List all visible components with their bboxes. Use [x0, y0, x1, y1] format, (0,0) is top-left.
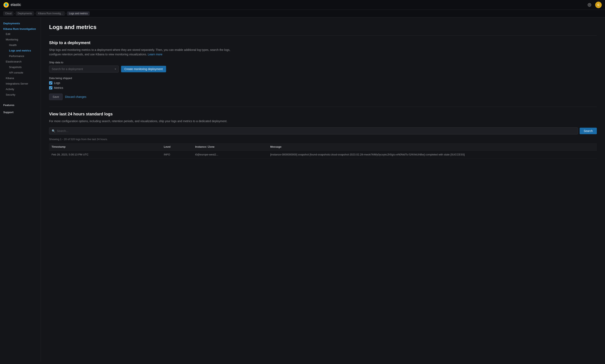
logs-section-desc: For more configuration options, includin… [49, 119, 233, 123]
svg-point-4 [589, 4, 590, 5]
main-content: Logs and metrics Ship to a deployment Sh… [41, 17, 605, 362]
sidebar-features-label [0, 99, 41, 102]
sidebar-support-header[interactable]: Support [0, 109, 41, 115]
ship-data-label: Ship data to [49, 61, 597, 64]
breadcrumb: Cloud › Deployments › Kibana Rum Investi… [0, 10, 605, 17]
ship-to-deployment-section: Ship to a deployment Ship logs and monit… [49, 40, 597, 100]
breadcrumb-cloud[interactable]: Cloud [3, 12, 13, 15]
sidebar-features-section: Features [0, 99, 41, 108]
logs-table-body: Feb 28, 2023, 5:00:13 PM UTC INFO i0@eur… [49, 151, 597, 159]
sidebar-link-api-console[interactable]: API console [0, 70, 41, 75]
sidebar-link-kibana[interactable]: Kibana [0, 75, 41, 81]
log-search-row: 🔍 Search [49, 128, 597, 134]
logs-checkbox[interactable] [49, 81, 52, 85]
col-timestamp: Timestamp [49, 143, 161, 151]
divider-2 [49, 107, 597, 107]
table-row: Feb 28, 2023, 5:00:13 PM UTC INFO i0@eur… [49, 151, 597, 159]
col-level: Level [161, 143, 193, 151]
data-shipped-label: Data being shipped [49, 77, 597, 80]
settings-icon [588, 3, 591, 7]
divider-1 [49, 35, 597, 36]
col-message: Message [268, 143, 597, 151]
deployment-search-dropdown[interactable]: Search for a deployment ▾ [49, 65, 119, 73]
log-search-button[interactable]: Search [580, 128, 597, 134]
sidebar-link-edit[interactable]: Edit [0, 31, 41, 37]
elastic-logo-text: elastic [11, 3, 21, 7]
sidebar-link-monitoring[interactable]: Monitoring [0, 37, 41, 42]
nav-right: C [586, 2, 602, 8]
logs-checkbox-label: Logs [54, 81, 60, 85]
breadcrumb-sep-3: › [66, 12, 66, 15]
logs-section-heading: View last 24 hours standard logs [49, 112, 597, 117]
sidebar-features-header[interactable]: Features [0, 102, 41, 108]
learn-more-link[interactable]: Learn more [148, 53, 163, 56]
breadcrumb-sep-1: › [14, 12, 15, 15]
page-title: Logs and metrics [49, 24, 597, 30]
row-message: [instance-0000000000] snapshot [found-sn… [268, 151, 597, 159]
logs-table: Timestamp Level Instance / Zone Message … [49, 143, 597, 159]
sidebar-link-activity[interactable]: Activity [0, 86, 41, 92]
logs-table-header-row: Timestamp Level Instance / Zone Message [49, 143, 597, 151]
row-timestamp: Feb 28, 2023, 5:00:13 PM UTC [49, 151, 161, 159]
log-search-input[interactable] [57, 129, 575, 132]
sidebar-link-logs-metrics[interactable]: Logs and metrics [0, 48, 41, 53]
logs-checkbox-row: Logs [49, 81, 597, 85]
breadcrumb-sep-2: › [35, 12, 35, 15]
metrics-checkbox-row: Metrics [49, 86, 597, 90]
nav-left: elastic [3, 2, 21, 8]
sidebar-link-elasticsearch[interactable]: Elasticsearch [0, 59, 41, 64]
settings-icon-btn[interactable] [586, 2, 593, 8]
sidebar-deployment-name[interactable]: Kibana Rum Investigation [0, 26, 41, 31]
sidebar-support-section: Support [0, 109, 41, 115]
create-monitoring-btn[interactable]: Create monitoring deployment [121, 66, 166, 72]
col-instance-zone: Instance / Zone [193, 143, 268, 151]
breadcrumb-deployments[interactable]: Deployments [16, 12, 34, 15]
svg-point-3 [5, 4, 7, 6]
top-navigation: elastic C [0, 0, 605, 10]
metrics-checkbox[interactable] [49, 86, 52, 90]
ship-section-heading: Ship to a deployment [49, 40, 597, 45]
dropdown-arrow-icon: ▾ [115, 68, 116, 70]
row-instance[interactable]: i0@europe-west2... [193, 151, 268, 159]
deployment-search-placeholder: Search for a deployment [52, 67, 83, 71]
user-avatar[interactable]: C [595, 2, 602, 8]
sidebar-link-security[interactable]: Security [0, 92, 41, 97]
sidebar-deployments-section: Deployments Kibana Rum Investigation Edi… [0, 21, 41, 97]
action-row: Save Discard changes [49, 93, 597, 100]
sidebar-link-performance[interactable]: Performance [0, 53, 41, 59]
sidebar-link-snapshots[interactable]: Snapshots [0, 64, 41, 70]
breadcrumb-kibana-rum[interactable]: Kibana Rum Investig... [36, 12, 65, 15]
row-level: INFO [161, 151, 193, 159]
logs-section: View last 24 hours standard logs For mor… [49, 112, 597, 159]
main-layout: Deployments Kibana Rum Investigation Edi… [0, 17, 605, 362]
logs-table-head: Timestamp Level Instance / Zone Message [49, 143, 597, 151]
ship-section-desc: Ship logs and monitoring metrics to a de… [49, 48, 233, 57]
search-icon: 🔍 [52, 129, 55, 132]
sidebar-link-health[interactable]: Health [0, 42, 41, 48]
elastic-logo[interactable]: elastic [3, 2, 21, 8]
elastic-logo-icon [3, 2, 9, 8]
sidebar-link-integrations-server[interactable]: Integrations Server [0, 81, 41, 86]
ship-desc-text: Ship logs and monitoring metrics to a de… [49, 48, 230, 56]
data-being-shipped: Data being shipped Logs Metrics [49, 77, 597, 90]
sidebar: Deployments Kibana Rum Investigation Edi… [0, 17, 41, 362]
metrics-checkbox-label: Metrics [54, 86, 63, 90]
sidebar-link-deployments[interactable]: Deployments [0, 21, 41, 26]
log-count-text: Showing 1 - 20 of 520 logs from the last… [49, 138, 597, 141]
discard-changes-button[interactable]: Discard changes [65, 95, 86, 98]
save-button[interactable]: Save [49, 93, 63, 100]
breadcrumb-logs-metrics: Logs and metrics [67, 12, 89, 15]
ship-data-row: Search for a deployment ▾ Create monitor… [49, 65, 597, 73]
log-search-wrap: 🔍 [49, 128, 578, 134]
